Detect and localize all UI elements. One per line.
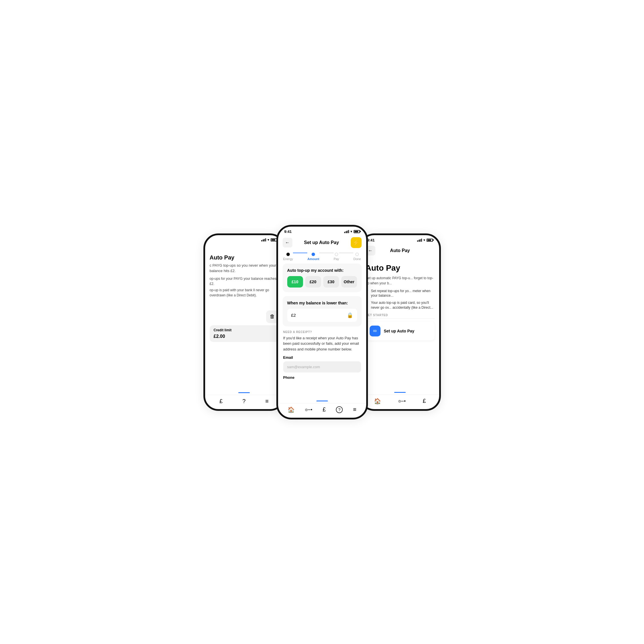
setup-btn-label: Set up Auto Pay — [384, 329, 415, 333]
step-label-energy: Energy — [283, 257, 293, 261]
email-input[interactable]: sam@example.com — [283, 361, 361, 372]
nav-payments-icon-r[interactable]: £ — [423, 398, 426, 404]
nav-menu-icon[interactable]: ≡ — [265, 398, 269, 405]
balance-row: £2 🔒 — [287, 309, 357, 322]
receipt-section-label: NEED A RECEIPT? — [283, 330, 361, 334]
step-label-pay: Pay — [334, 257, 339, 261]
back-button-center[interactable]: ← — [283, 238, 292, 247]
step-done: Done — [353, 253, 361, 261]
step-pay: Pay — [334, 253, 339, 261]
balance-value: £2 — [291, 313, 296, 318]
connector-1 — [293, 253, 307, 253]
right-time: 9:41 — [367, 238, 375, 242]
step-label-done: Done — [353, 257, 361, 261]
step-dot-done — [355, 253, 359, 256]
auto-topup-card: Auto top-up my account with: £10 £20 £30… — [283, 263, 362, 292]
center-phone: 9:41 ▾ ← Set up Auto Pay ⚡ — [276, 225, 368, 419]
step-energy: Energy — [283, 253, 293, 261]
left-page-title: Auto Pay — [210, 254, 279, 261]
check-item-2: ✓ Your auto top-up is paid card, so you'… — [366, 300, 435, 310]
nav-menu-icon-c[interactable]: ≡ — [353, 406, 356, 413]
amount-buttons-group: £10 £20 £30 Other — [287, 276, 357, 288]
signal-icon-center — [344, 230, 349, 233]
bottom-nav-left: £ ? ≡ — [205, 395, 283, 409]
battery-icon — [271, 238, 277, 241]
back-arrow-icon: ← — [285, 240, 290, 245]
wifi-icon: ▾ — [267, 238, 269, 242]
nav-usage-icon-r[interactable]: ⌾━• — [398, 399, 406, 404]
amount-10-button[interactable]: £10 — [287, 276, 303, 288]
email-label: Email — [283, 355, 361, 360]
bottom-section-center: 🏠 ⌾━• £ ? ≡ — [278, 401, 366, 418]
status-bar-left: ▾ — [205, 235, 283, 243]
wifi-icon-center: ▾ — [350, 230, 352, 233]
signal-icon-right — [417, 239, 422, 242]
credit-limit-card: Credit limit £2.00 — [210, 325, 279, 342]
left-desc1: c PAYG top-ups so you never when your ba… — [210, 263, 279, 274]
balance-card: When my balance is lower than: £2 🔒 — [283, 296, 362, 326]
lock-icon: 🔒 — [347, 312, 353, 318]
nav-help-icon-c[interactable]: ? — [336, 406, 343, 413]
status-bar-right: 9:41 ▾ — [361, 235, 439, 243]
nav-home-icon-r[interactable]: 🏠 — [374, 398, 381, 405]
receipt-section: NEED A RECEIPT? If you'd like a receipt … — [283, 330, 362, 380]
right-phone: 9:41 ▾ ← Auto Pay Auto Pay Set up automa… — [359, 233, 441, 411]
nav-payments-icon[interactable]: £ — [219, 398, 223, 405]
lightning-icon: ⚡ — [352, 239, 360, 246]
center-nav-title: Set up Auto Pay — [292, 240, 351, 245]
battery-icon-right — [427, 239, 433, 242]
divider — [366, 318, 435, 319]
infinity-icon: ∞ — [373, 328, 377, 334]
right-page-title: Auto Pay — [366, 263, 435, 273]
nav-home-icon[interactable]: 🏠 — [288, 406, 295, 413]
status-icons-center: ▾ — [344, 230, 360, 233]
get-started-label: GET STARTED — [366, 314, 435, 317]
amount-other-button[interactable]: Other — [341, 276, 357, 288]
progress-stepper: Energy Amount Pay Done — [278, 251, 366, 261]
back-arrow-icon-right: ← — [368, 248, 373, 253]
phone-label: Phone — [283, 375, 361, 380]
balance-label: When my balance is lower than: — [287, 301, 357, 305]
right-content: Auto Pay Set up automatic PAYG top-u... … — [361, 258, 439, 343]
nav-help-icon[interactable]: ? — [242, 398, 245, 405]
amount-20-button[interactable]: £20 — [305, 276, 321, 288]
left-content: Auto Pay c PAYG top-ups so you never whe… — [205, 243, 283, 345]
credit-limit-value: £2.00 — [214, 334, 275, 339]
nav-header-right: ← Auto Pay — [361, 243, 439, 258]
active-bar-center — [278, 401, 366, 403]
left-phone: ▾ Auto Pay c PAYG top-ups so you never w… — [203, 233, 285, 411]
trash-icon: 🗑 — [270, 314, 275, 320]
amount-30-button[interactable]: £30 — [323, 276, 339, 288]
status-icons-right: ▾ — [417, 238, 433, 242]
nav-payments-icon-c[interactable]: £ — [322, 406, 326, 413]
center-time: 9:41 — [284, 229, 292, 234]
status-bar-center: 9:41 ▾ — [278, 227, 366, 235]
credit-limit-label: Credit limit — [214, 328, 275, 332]
setup-btn-icon: ∞ — [370, 326, 381, 336]
right-description: Set up automatic PAYG top-u... forget to… — [366, 276, 435, 286]
setup-autopay-button[interactable]: ∞ Set up Auto Pay — [366, 322, 435, 340]
check-text-1: Set repeat top-ups for yo... meter when … — [371, 289, 435, 298]
signal-icon — [261, 238, 266, 241]
wifi-icon-right: ▾ — [423, 238, 425, 242]
connector-3 — [339, 253, 353, 253]
connector-2 — [319, 253, 334, 253]
center-content: Auto top-up my account with: £10 £20 £30… — [278, 261, 366, 384]
step-dot-amount — [312, 253, 315, 256]
left-desc2: op-ups for your PAYG your balance reache… — [210, 276, 279, 286]
bottom-nav-center: 🏠 ⌾━• £ ? ≡ — [278, 403, 366, 418]
step-amount: Amount — [307, 253, 319, 261]
nav-active-indicator — [238, 392, 250, 393]
nav-usage-icon[interactable]: ⌾━• — [305, 407, 312, 412]
lightning-button[interactable]: ⚡ — [351, 237, 362, 248]
receipt-description: If you'd like a receipt when your Auto P… — [283, 335, 361, 352]
main-scene: ▾ Auto Pay c PAYG top-ups so you never w… — [165, 225, 479, 419]
step-label-amount: Amount — [307, 257, 319, 261]
step-dot-pay — [335, 253, 338, 256]
bottom-nav-right: 🏠 ⌾━• £ — [361, 395, 439, 409]
status-icons-left: ▾ — [261, 238, 277, 242]
nav-header-center: ← Set up Auto Pay ⚡ — [278, 235, 366, 251]
check-text-2: Your auto top-up is paid card, so you'll… — [371, 300, 435, 310]
step-dot-energy — [286, 253, 290, 256]
left-desc3: op-up is paid with your bank ll never go… — [210, 288, 279, 298]
